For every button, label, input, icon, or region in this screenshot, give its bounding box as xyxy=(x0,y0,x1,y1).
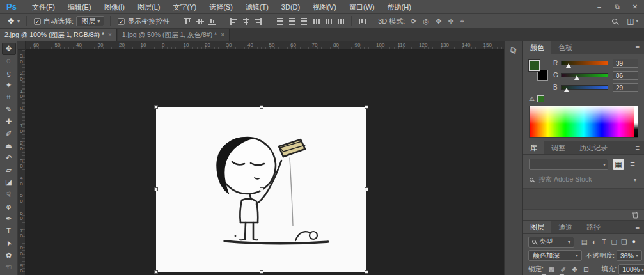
ruler-corner[interactable] xyxy=(18,41,26,50)
filter-toggle-icon[interactable]: ● xyxy=(629,239,640,245)
tab-color[interactable]: 颜色 xyxy=(523,41,551,54)
restore-button[interactable]: ⧉ xyxy=(608,0,626,14)
transform-handle-top-center[interactable] xyxy=(260,105,263,109)
ruler-top[interactable]: 6050403020100102030405060708090100110120… xyxy=(26,41,504,50)
transform-handle-center[interactable] xyxy=(260,187,263,191)
channel-g-slider[interactable] xyxy=(561,73,608,77)
channel-b-value[interactable]: 29 xyxy=(613,83,638,92)
menu-item-file[interactable]: 文件(F) xyxy=(26,0,61,14)
foreground-color-swatch[interactable] xyxy=(529,60,540,71)
tool-smudge[interactable]: ☟ xyxy=(2,189,16,201)
document-tab-1jpg[interactable]: 1.jpg @ 50% (图层 1, 灰色/8#) * × xyxy=(118,29,230,41)
pasteboard[interactable] xyxy=(26,50,504,275)
auto-select-target-dropdown[interactable]: 图层 ▾ xyxy=(76,16,104,26)
workspace-icon[interactable]: ◫ xyxy=(627,17,634,26)
align-right-edges-icon[interactable] xyxy=(254,18,262,25)
tab-channels[interactable]: 通道 xyxy=(551,221,579,233)
menu-item-help[interactable]: 帮助(H) xyxy=(381,0,418,14)
transform-handle-bottom-center[interactable] xyxy=(260,270,263,274)
show-transform-checkbox[interactable]: ✓ xyxy=(118,18,125,25)
grayscale-strip[interactable] xyxy=(634,106,638,137)
tool-eyedropper[interactable]: ✎ xyxy=(2,104,16,116)
slider-thumb[interactable] xyxy=(574,75,579,80)
distribute-vertical-centers-icon[interactable] xyxy=(288,18,296,25)
channel-r-value[interactable]: 39 xyxy=(613,59,638,68)
menu-item-filter[interactable]: 滤镜(T) xyxy=(239,0,275,14)
transform-handle-middle-left[interactable] xyxy=(154,187,158,191)
tool-clone-stamp[interactable]: ⏏ xyxy=(2,140,16,152)
minimize-button[interactable]: – xyxy=(590,0,608,14)
tab-close-icon[interactable]: × xyxy=(221,31,224,38)
menu-item-layer[interactable]: 图层(L) xyxy=(131,0,166,14)
library-search[interactable]: 搜索 Adobe Stock ▾ xyxy=(523,170,644,188)
distribute-right-edges-icon[interactable] xyxy=(336,18,345,25)
tab-paths[interactable]: 路径 xyxy=(579,221,608,233)
tab-libraries[interactable]: 库 xyxy=(523,141,544,154)
filter-shape-layers-icon[interactable]: ▢ xyxy=(609,238,620,246)
fill-field[interactable]: 100% ▾ xyxy=(618,264,644,275)
transform-handle-bottom-left[interactable] xyxy=(154,270,158,274)
channel-b-slider[interactable] xyxy=(561,85,608,90)
slider-thumb[interactable] xyxy=(566,63,571,68)
filter-adjustment-layers-icon[interactable]: ◐ xyxy=(590,238,600,246)
lock-image-pixels-icon[interactable]: ✐ xyxy=(560,265,566,273)
gamut-swatch[interactable] xyxy=(537,95,544,102)
tool-preset-chevron-icon[interactable]: ▾ xyxy=(17,19,20,24)
ruler-left[interactable]: 3020100102030405060708090 xyxy=(18,50,26,275)
align-horizontal-centers-icon[interactable] xyxy=(242,18,250,25)
tool-history-brush[interactable]: ↶ xyxy=(2,152,16,164)
blend-mode-dropdown[interactable]: 颜色加深 ▾ xyxy=(528,250,582,261)
color-spectrum[interactable] xyxy=(529,106,638,138)
tool-brush[interactable]: ✐ xyxy=(2,128,16,140)
auto-select-checkbox[interactable]: ✓ xyxy=(34,18,41,25)
workspace-chevron-icon[interactable]: ▾ xyxy=(636,19,638,24)
tab-swatches[interactable]: 色板 xyxy=(551,41,579,54)
align-vertical-centers-icon[interactable] xyxy=(196,18,204,25)
tool-dodge[interactable]: φ xyxy=(2,201,16,213)
tool-eraser[interactable]: ▱ xyxy=(2,164,16,177)
layer-filter-dropdown[interactable]: 类型 ▾ xyxy=(528,237,574,248)
3d-roll-icon[interactable]: ◎ xyxy=(423,17,430,26)
tab-layers[interactable]: 图层 xyxy=(523,221,551,233)
transform-handle-bottom-right[interactable] xyxy=(365,270,368,274)
panel-menu-icon[interactable]: ≡ xyxy=(636,221,644,233)
list-view-button[interactable]: ≡ xyxy=(627,159,638,170)
distribute-left-edges-icon[interactable] xyxy=(312,18,320,25)
tool-gradient[interactable]: ◪ xyxy=(2,177,16,189)
distribute-bottom-edges-icon[interactable] xyxy=(300,18,308,25)
slider-thumb[interactable] xyxy=(564,88,569,92)
delete-icon[interactable] xyxy=(632,211,639,219)
3d-pan-icon[interactable]: ✥ xyxy=(436,17,441,26)
tool-magic-wand[interactable]: ✦ xyxy=(2,79,16,91)
document-tab-2jpg[interactable]: 2.jpg @ 100% (图层 1, RGB/8#) * × xyxy=(0,29,117,41)
grid-view-button[interactable]: ▦ xyxy=(613,159,624,170)
tool-hand[interactable]: ☜ xyxy=(2,262,16,274)
background-color-swatch[interactable] xyxy=(537,70,548,81)
tab-close-icon[interactable]: × xyxy=(108,31,112,38)
menu-item-edit[interactable]: 编辑(E) xyxy=(61,0,98,14)
distribute-horizontal-centers-icon[interactable] xyxy=(324,18,333,25)
search-icon[interactable] xyxy=(612,19,617,24)
lock-position-icon[interactable]: ✥ xyxy=(572,265,577,273)
menu-item-type[interactable]: 文字(Y) xyxy=(166,0,203,14)
panel-menu-icon[interactable]: ≡ xyxy=(636,41,644,54)
channel-g-value[interactable]: 86 xyxy=(613,71,638,80)
channel-r-slider[interactable] xyxy=(561,61,608,65)
3d-zoom-icon[interactable]: ⌖ xyxy=(460,17,464,26)
tool-healing-brush[interactable]: ✚ xyxy=(2,116,16,128)
align-top-edges-icon[interactable] xyxy=(184,18,192,25)
menu-item-image[interactable]: 图像(I) xyxy=(98,0,131,14)
align-left-edges-icon[interactable] xyxy=(230,18,238,25)
tool-crop[interactable]: ⌗ xyxy=(2,91,16,104)
filter-smart-objects-icon[interactable]: ❏ xyxy=(619,238,629,246)
opacity-field[interactable]: 36% ▾ xyxy=(617,250,642,261)
tool-pen[interactable]: ✒ xyxy=(2,213,16,225)
3d-orbit-icon[interactable]: ⟳ xyxy=(411,17,416,26)
tab-history[interactable]: 历史记录 xyxy=(572,141,615,154)
lock-transparent-pixels-icon[interactable]: ▩ xyxy=(548,265,554,273)
menu-item-3d[interactable]: 3D(D) xyxy=(275,0,306,14)
lock-artboard-icon[interactable]: ⊡ xyxy=(583,265,589,273)
menu-item-view[interactable]: 视图(V) xyxy=(306,0,343,14)
tab-adjustments[interactable]: 调整 xyxy=(544,141,572,154)
align-bottom-edges-icon[interactable] xyxy=(208,18,216,25)
